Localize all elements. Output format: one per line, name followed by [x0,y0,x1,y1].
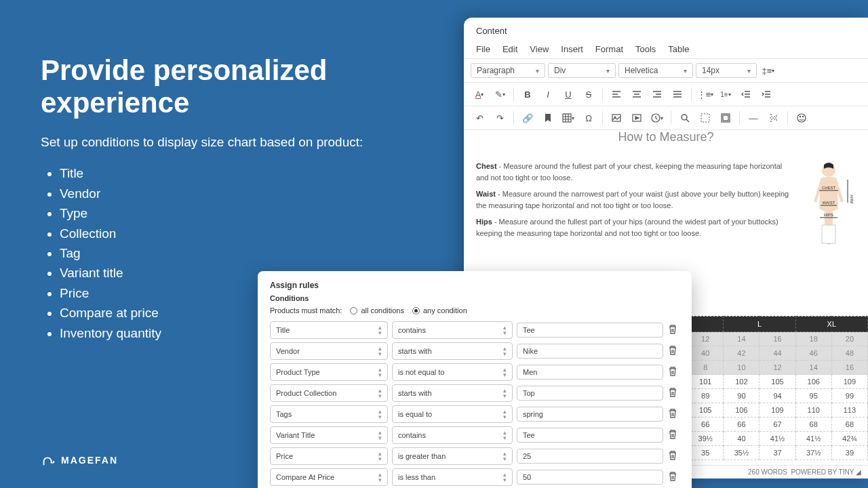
element-select[interactable]: Div▾ [548,63,616,78]
bookmark-button[interactable] [539,109,557,127]
body-diagram: CHEST WAIST HIPS ARM [802,161,856,262]
undo-button[interactable]: ↶ [471,109,488,127]
emoji-button[interactable] [793,109,810,127]
sort-icon: ▴▾ [378,325,382,336]
menu-view[interactable]: View [530,44,549,54]
rule-operator-select[interactable]: is not equal to▴▾ [392,363,513,381]
media-button[interactable] [628,109,646,127]
menu-table[interactable]: Table [668,44,689,54]
rule-operator-select[interactable]: contains▴▾ [392,321,513,339]
rule-field-select[interactable]: Variant Title▴▾ [270,426,388,444]
table-button[interactable]: ▾ [559,109,577,127]
rule-operator-select[interactable]: is equal to▴▾ [392,405,513,423]
sort-icon: ▴▾ [503,451,507,462]
svg-point-11 [802,116,803,117]
sort-icon: ▴▾ [503,388,507,399]
delete-rule-button[interactable] [667,471,679,483]
strikethrough-button[interactable]: S [580,85,597,103]
rule-operator-select[interactable]: is less than▴▾ [392,468,513,486]
svg-text:CHEST: CHEST [822,186,836,190]
block-format-select[interactable]: Paragraph▾ [471,63,545,78]
outdent-button[interactable] [737,85,755,103]
rule-row: Product Collection▴▾starts with▴▾Top [270,384,679,402]
bold-button[interactable]: B [519,85,536,103]
datetime-button[interactable]: ▾ [648,109,666,127]
align-justify-button[interactable] [669,85,686,103]
rule-value-input[interactable]: Nike [517,344,663,359]
menu-tools[interactable]: Tools [635,44,656,54]
radio-all[interactable]: all conditions [350,306,404,314]
menu-format[interactable]: Format [595,44,623,54]
bullet-list-button[interactable]: ⋮≡▾ [696,85,714,103]
bullet: Vendor [60,184,420,203]
sort-icon: ▴▾ [378,409,382,420]
word-count: 260 WORDS [748,468,787,476]
sort-icon: ▴▾ [378,430,382,441]
sort-icon: ▴▾ [378,367,382,378]
delete-rule-button[interactable] [667,429,679,441]
font-family-select[interactable]: Helvetica▾ [618,63,693,78]
svg-text:HIPS: HIPS [824,213,833,217]
menu-file[interactable]: File [476,44,490,54]
rule-value-input[interactable]: 50 [517,470,663,485]
svg-text:ARM: ARM [850,195,854,203]
menu-edit[interactable]: Edit [502,44,517,54]
link-button[interactable]: 🔗 [519,109,536,127]
document-text: Chest - Measure around the fullest part … [476,161,793,262]
rule-field-select[interactable]: Vendor▴▾ [270,342,388,360]
hr-button[interactable]: — [745,109,762,127]
rules-title: Assign rules [270,281,679,290]
search-replace-button[interactable] [676,109,694,127]
radio-any[interactable]: any condition [412,306,467,314]
rule-row: Variant Title▴▾contains▴▾Tee [270,426,679,444]
rule-field-select[interactable]: Product Type▴▾ [270,363,388,381]
select-all-button[interactable] [696,109,714,127]
font-size-select[interactable]: 14px▾ [696,63,757,78]
rule-field-select[interactable]: Compare At Price▴▾ [270,468,388,486]
delete-rule-button[interactable] [667,408,679,420]
indent-button[interactable] [757,85,775,103]
line-height-button[interactable]: ‡≡▾ [760,62,777,79]
rule-row: Tags▴▾is equal to▴▾spring [270,405,679,423]
show-blocks-button[interactable] [717,109,734,127]
highlight-color-button[interactable]: ✎▾ [491,85,509,103]
rule-field-select[interactable]: Title▴▾ [270,321,388,339]
pagebreak-button[interactable] [765,109,783,127]
match-label: Products must match: [270,306,342,314]
numbered-list-button[interactable]: 1≡▾ [717,85,734,103]
rule-value-input[interactable]: spring [517,407,663,422]
rule-field-select[interactable]: Product Collection▴▾ [270,384,388,402]
align-center-button[interactable] [628,85,646,103]
delete-rule-button[interactable] [667,345,679,357]
document-body[interactable]: Chest - Measure around the fullest part … [464,151,868,272]
delete-rule-button[interactable] [667,387,679,399]
image-button[interactable] [608,109,625,127]
align-right-button[interactable] [648,85,666,103]
italic-button[interactable]: I [539,85,557,103]
rule-operator-select[interactable]: starts with▴▾ [392,384,513,402]
sort-icon: ▴▾ [503,367,507,378]
rule-value-input[interactable]: Tee [517,428,663,443]
special-char-button[interactable]: Ω [580,109,597,127]
redo-button[interactable]: ↷ [491,109,509,127]
delete-rule-button[interactable] [667,450,679,462]
align-left-button[interactable] [608,85,625,103]
underline-button[interactable]: U [559,85,577,103]
rule-value-input[interactable]: 25 [517,449,663,464]
rule-operator-select[interactable]: starts with▴▾ [392,342,513,360]
sort-icon: ▴▾ [503,346,507,357]
rule-value-input[interactable]: Tee [517,323,663,338]
rule-operator-select[interactable]: contains▴▾ [392,426,513,444]
text-color-button[interactable]: A▾ [471,85,488,103]
rule-value-input[interactable]: Top [517,386,663,401]
delete-rule-button[interactable] [667,366,679,378]
chevron-down-icon: ▾ [684,67,687,75]
editor-menubar: File Edit View Insert Format Tools Table [464,40,868,59]
rule-field-select[interactable]: Price▴▾ [270,447,388,465]
sort-icon: ▴▾ [378,388,382,399]
rule-value-input[interactable]: Men [517,365,663,380]
menu-insert[interactable]: Insert [561,44,583,54]
delete-rule-button[interactable] [667,324,679,336]
rule-field-select[interactable]: Tags▴▾ [270,405,388,423]
rule-operator-select[interactable]: is greater than▴▾ [392,447,513,465]
